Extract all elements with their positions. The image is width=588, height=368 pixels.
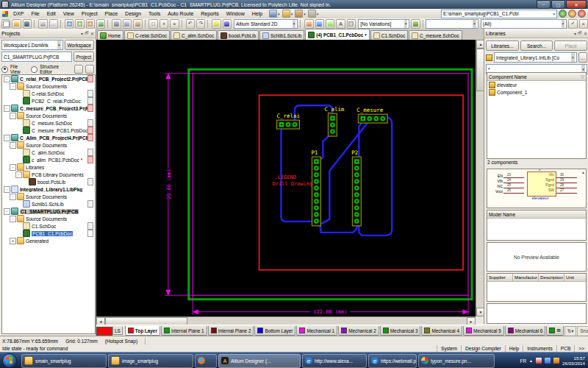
expand-toggle-icon[interactable]: -	[4, 105, 10, 112]
sort-tool-button[interactable]	[74, 65, 83, 74]
expand-toggle-icon[interactable]: -	[10, 194, 16, 200]
tree-item-label[interactable]: C-relai.SchDoc	[32, 91, 64, 96]
workspace-button[interactable]: Workspace	[65, 40, 94, 50]
document-tab-label[interactable]: Schlib1.SchLib	[270, 33, 301, 38]
tree-item-label[interactable]: C_alim.SchDoc	[32, 150, 65, 155]
component-name[interactable]: élevateur	[497, 82, 517, 88]
expand-toggle-icon[interactable]: -	[10, 113, 16, 119]
tree-item-label[interactable]: Source Documents	[26, 143, 67, 148]
menu-dxp[interactable]: DXP	[10, 9, 27, 18]
tree-row[interactable]: - Source Documents	[2, 193, 95, 200]
workspace-panel-button[interactable]: >>	[574, 345, 588, 352]
tree-row[interactable]: + Generated	[2, 237, 95, 244]
menu-item[interactable]: Auto Route	[164, 9, 197, 18]
browser-button[interactable]	[223, 19, 232, 29]
menu-item[interactable]: Edit	[43, 9, 60, 18]
layer-tab[interactable]: Internal Plane 1	[161, 326, 207, 336]
libraries-button[interactable]: Libraries...	[486, 40, 519, 51]
layer-tab[interactable]: Mechanical 6	[505, 326, 546, 336]
zoom-area-button[interactable]	[75, 19, 84, 29]
undo-button[interactable]: ↶	[186, 19, 195, 29]
expand-toggle-icon[interactable]: -	[4, 135, 10, 141]
document-tab-label[interactable]: (4) PCB1_C1.PcbDoc	[316, 32, 363, 38]
taskbar-button[interactable]: e http://www.alexa...	[302, 354, 367, 368]
rules-button[interactable]	[304, 19, 313, 29]
pcb-editor-canvas[interactable]: 99.06 (mm) 122.80 (mm) C_relai	[96, 40, 476, 316]
expand-toggle-icon[interactable]: -	[10, 142, 16, 149]
sort-icon[interactable]: ▽	[581, 74, 584, 79]
trace[interactable]	[359, 118, 392, 236]
expand-toggle-icon[interactable]: -	[4, 186, 10, 193]
supplier-column-header[interactable]: Description	[539, 274, 564, 281]
component-list-header[interactable]: Component Name ▽	[487, 73, 586, 81]
tree-item-label[interactable]: C1_SMARTPLUG.PrjPCB	[20, 209, 79, 214]
document-tab[interactable]: C_mesure.SchDoc ▾	[409, 30, 462, 40]
expand-toggle-icon[interactable]: -	[15, 171, 22, 178]
library-options-button[interactable]: …	[578, 52, 588, 63]
tree-row[interactable]: - Source Documents	[2, 215, 95, 222]
select-rect-button[interactable]: □	[148, 19, 157, 29]
menu-item[interactable]: Project	[78, 9, 101, 18]
variations-combo[interactable]: [No Variations] ▾	[358, 19, 409, 29]
clear-scope-button[interactable]: ×	[579, 19, 588, 29]
apply-filter-button[interactable]: ✓	[568, 19, 577, 29]
taskbar-button[interactable]: e https://webmail.p...	[368, 354, 417, 368]
polygon-button[interactable]	[326, 19, 334, 29]
document-tab[interactable]: (4) PCB1_C1.PcbDoc ▾	[305, 29, 369, 40]
document-tab[interactable]: C-relai.SchDoc ▾	[124, 30, 170, 40]
legend-string[interactable]: .LEGEND	[275, 174, 296, 180]
cut-button[interactable]	[112, 19, 121, 29]
tree-item-label[interactable]: C_relai_PCB_Project2.PrjPCB	[20, 77, 87, 82]
layer-tab[interactable]: Mechanical 2	[338, 326, 379, 336]
tree-item-label[interactable]: C_mesure_PCB_Project3.PrjP	[20, 106, 87, 111]
tree-row[interactable]: - C_relai_PCB_Project2.PrjPCB	[2, 75, 95, 82]
document-tab-label[interactable]: C-relai.SchDoc	[135, 33, 167, 38]
document-tab[interactable]: Home ▾	[97, 30, 123, 40]
tree-row[interactable]: - C_mesure_PCB_Project3.PrjP	[2, 105, 95, 112]
tree-row[interactable]: - Integrated_Library1.LibPkg	[2, 185, 95, 193]
document-tab-label[interactable]: Home	[108, 33, 121, 38]
layer-tab-label[interactable]: Mechanical 1	[306, 328, 334, 333]
project-button[interactable]: Project	[74, 52, 94, 62]
taskbar-clock[interactable]: 15:57 26/03/2014	[562, 355, 585, 366]
tree-item-label[interactable]: Source Documents	[26, 216, 67, 222]
tree-row[interactable]: - PCB Library Documents	[2, 171, 95, 178]
string-button[interactable]: A	[336, 19, 345, 29]
cross-probe-button[interactable]	[96, 19, 105, 29]
print-preview-button[interactable]	[49, 19, 58, 29]
layer-tab[interactable]: Mechanical 4	[421, 326, 462, 336]
taskbar-button[interactable]	[195, 354, 217, 368]
tree-row[interactable]: C_alim.SchDoc	[2, 149, 95, 156]
menu-item[interactable]: Window	[223, 9, 248, 18]
document-tab-label[interactable]: C1.SchDoc	[381, 33, 405, 38]
tree-item-label[interactable]: C_mesure_PCB1.PcbDoc *	[32, 128, 87, 133]
folder-tool-button[interactable]	[85, 65, 94, 74]
tree-row[interactable]: c_alim_PCB1.PcbDoc *	[2, 156, 95, 163]
tree-item-label[interactable]: PCB2_C_relai.PcbDoc	[32, 99, 81, 104]
taskbar-button[interactable]: typon_mesure.pn...	[418, 354, 495, 368]
file-view-radio[interactable]	[1, 66, 8, 73]
menu-item[interactable]: View	[60, 9, 78, 18]
menu-item[interactable]: Design	[121, 9, 145, 18]
layer-tab-label[interactable]: Mechanical 2	[348, 328, 376, 333]
pad-button[interactable]	[347, 19, 356, 29]
layer-tab[interactable]: Internal Plane 2	[208, 326, 254, 336]
designator-c-relai[interactable]: C_relai	[277, 113, 300, 119]
tree-row[interactable]: C_mesure_PCB1.PcbDoc *	[2, 127, 95, 134]
layer-tab-label[interactable]: Bottom Layer	[265, 328, 293, 333]
layer-sets-button[interactable]: LS	[112, 327, 123, 335]
menu-item[interactable]: Help	[248, 9, 266, 18]
pin-icon[interactable]: 🗗	[578, 31, 582, 36]
tree-item-label[interactable]: Source Documents	[26, 194, 67, 199]
filter-button[interactable]	[212, 19, 220, 29]
project-name-box[interactable]: C1_SMARTPLUG.PrjPCB	[1, 52, 72, 62]
layer-tab-label[interactable]: Internal Plane 1	[171, 328, 204, 333]
supplier-column-header[interactable]: Supplier	[487, 274, 513, 281]
tree-item-label[interactable]: C_mesure.SchDoc	[32, 121, 72, 126]
mask-scope-combo[interactable]: ▾	[426, 19, 478, 29]
document-tab[interactable]: Schlib1.SchLib ▾	[259, 30, 304, 40]
close-icon[interactable]: ✕	[584, 31, 587, 36]
minimize-button[interactable]: –	[537, 0, 551, 9]
chevron-down-icon[interactable]: ▾	[365, 32, 367, 37]
document-tab[interactable]: C_alim.SchDoc ▾	[171, 30, 217, 40]
